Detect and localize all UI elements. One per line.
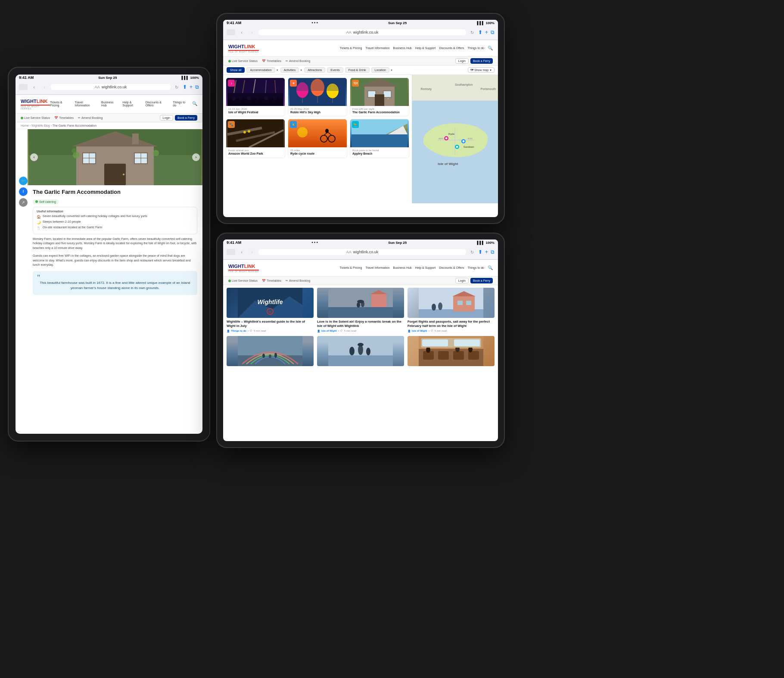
live-service-tr[interactable]: Live Service Status [228,59,258,62]
amend-booking-tr[interactable]: ✏ Amend Booking [286,59,310,63]
nav-discounts-tr[interactable]: Discounts & Offers [439,47,464,50]
nav-business-tr[interactable]: Business Hub [393,47,412,50]
search-icon-br[interactable]: 🔍 [488,265,493,270]
nav-tickets-br[interactable]: Tickets & Pricing [340,266,362,269]
filter-events[interactable]: Events [327,67,343,73]
book-ferry-button-br[interactable]: Book a Ferry [470,278,493,283]
blog-card-family[interactable] [317,336,404,368]
search-icon-tr[interactable]: 🔍 [488,46,493,50]
blog-card-solent[interactable]: Love is in the Solent air! Enjoy a roman… [317,288,404,333]
blog-tag-1[interactable]: Things to do [231,330,246,332]
card-cycle[interactable]: 🚴 15 miles Ryde cycle route [288,119,347,158]
nav-travel-br[interactable]: Travel Information [365,266,389,269]
tabs-icon-tr[interactable]: ⧉ [491,29,495,35]
filter-activities[interactable]: Activities ▼ [280,67,303,73]
share-icon-left[interactable]: ↗ [19,198,28,207]
tabs-icon-br[interactable]: ⧉ [491,249,495,255]
card-zoo[interactable]: 🐾 Exotic animal zoo Amazon World Zoo Par… [226,119,285,158]
bookmark-icon[interactable]: + [190,84,193,90]
filter-show-all[interactable]: Show all [227,67,245,73]
nav-discounts-left[interactable]: Discounts & Offers [146,101,170,107]
card-beach[interactable]: 🏊 Rock pools to be found Appley Beach [350,119,409,158]
nav-help-left[interactable]: Help & Support [122,101,142,107]
image-prev-arrow[interactable]: ‹ [30,153,38,161]
forward-button-tr[interactable]: › [248,28,256,36]
address-bar-left[interactable]: AA wightlink.co.uk [51,84,171,90]
breadcrumb-home[interactable]: Home [21,124,29,127]
nav-business-left[interactable]: Business Hub [101,101,119,107]
nav-things-left[interactable]: Things to do [173,101,189,107]
tabs-icon[interactable]: ⧉ [195,84,199,90]
address-bar-tr[interactable]: AA wightlink.co.uk [258,29,466,35]
breadcrumb-blog[interactable]: Wightlife Blog [31,124,50,127]
live-service-left[interactable]: Live Service Status [21,116,50,119]
main-nav-left: Tickets & Pricing Travel Information Bus… [50,101,197,107]
nav-things-br[interactable]: Things to do [467,266,484,269]
nav-help-tr[interactable]: Help & Support [415,47,436,50]
nav-travel-tr[interactable]: Travel Information [365,47,389,50]
share-icon[interactable]: ⬆ [183,84,187,90]
amend-booking-br[interactable]: ✏ Amend Booking [286,279,310,283]
live-service-br[interactable]: Live Service Status [228,279,258,282]
map-area[interactable]: Romsey Southampton Portsmouth Isle of Wi… [412,75,498,203]
filter-location[interactable]: Location ▼ [371,67,393,73]
nav-travel-left[interactable]: Travel Information [75,101,98,107]
card-info-zoo: Exotic animal zoo Amazon World Zoo Park [226,147,285,157]
filter-attractions[interactable]: Attractions [304,67,325,73]
twitter-icon[interactable]: 🐦 [19,177,28,185]
blog-card-wightlife[interactable]: Wightlife WL Wightlife – Wightlink's ess… [227,288,314,333]
tab-icon[interactable] [19,84,28,90]
blog-card-flights[interactable]: Forget flights and passports, sail away … [408,288,495,333]
timetables-left[interactable]: 📅 Timetables [54,116,74,120]
svg-rect-123 [454,339,480,346]
search-icon-left[interactable]: 🔍 [192,101,197,106]
card-robin-hill[interactable]: ✦ 23-26 May 2020 Robin Hill's Sky High [288,78,347,116]
show-map-button[interactable]: 🗺 Show map ▼ [468,67,495,73]
book-ferry-button-left[interactable]: Book a Ferry [175,115,197,121]
logo-sub-br: ISLE OF WIGHT FERRIES [228,271,259,273]
nav-things-tr[interactable]: Things to do [467,47,484,50]
reload-button-tr[interactable]: ↻ [469,29,476,36]
bookmark-icon-br[interactable]: + [485,249,488,255]
reload-button-left[interactable]: ↻ [173,84,180,90]
wightlink-logo-tr[interactable]: WIGHTLINK ISLE OF WIGHT FERRIES [228,43,259,53]
facebook-icon[interactable]: f [19,187,28,196]
blog-card-rainbow[interactable] [227,336,314,368]
reload-button-br[interactable]: ↻ [469,249,476,255]
amend-booking-left[interactable]: ✏ Amend Booking [78,116,103,120]
timetables-tr[interactable]: 📅 Timetables [262,59,281,63]
share-icon-tr[interactable]: ⬆ [478,29,482,35]
nav-tickets-left[interactable]: Tickets & Pricing [50,101,72,107]
filter-accommodation[interactable]: Accommodation ▼ [246,67,278,73]
card-garlic-farm[interactable]: 🍽 From £80 per night The Garlic Farm Acc… [350,78,409,116]
back-button-tr[interactable]: ‹ [238,28,246,36]
image-next-arrow[interactable]: › [192,153,200,161]
share-icon-br[interactable]: ⬆ [478,249,482,255]
tab-icon-tr[interactable] [227,29,235,35]
nav-help-br[interactable]: Help & Support [415,266,436,269]
wightlink-logo-left[interactable]: WIGHTLINK ISLE OF WIGHT FERRIES [21,97,50,110]
blog-tag-3[interactable]: Isle of Wight [412,330,427,332]
login-button-left[interactable]: Login [160,115,173,121]
wightlink-logo-br[interactable]: WIGHTLINK ISLE OF WIGHT FERRIES [228,262,259,273]
nav-discounts-br[interactable]: Discounts & Offers [439,266,464,269]
nav-business-br[interactable]: Business Hub [393,266,412,269]
forward-button-br[interactable]: › [248,248,256,256]
card-festival[interactable]: ♪ 11-14 Jun, 2020 Isle of Wight Festival [226,78,285,116]
blog-tag-2[interactable]: Isle of Wight [321,330,337,332]
login-button-br[interactable]: Login [455,278,469,283]
tablet-top-right: 9:41 AM • • • Sun Sep 25 ▌▌▌ 100% ‹ › AA… [216,13,505,224]
book-ferry-button-tr[interactable]: Book a Ferry [470,58,493,64]
address-bar-br[interactable]: AA wightlink.co.uk [258,249,466,255]
nav-tickets-tr[interactable]: Tickets & Pricing [340,47,362,50]
back-button-br[interactable]: ‹ [238,248,246,256]
forward-button[interactable]: › [40,83,48,91]
login-button-tr[interactable]: Login [455,58,469,64]
filter-food-drink[interactable]: Food & Drink [345,67,370,73]
tab-icon-br[interactable] [227,249,235,255]
blog-card-ferry[interactable] [408,336,495,368]
timetables-br[interactable]: 📅 Timetables [262,279,281,283]
bookmark-icon-tr[interactable]: + [485,29,488,35]
back-button[interactable]: ‹ [30,83,38,91]
useful-info-title: Useful information [37,210,193,213]
